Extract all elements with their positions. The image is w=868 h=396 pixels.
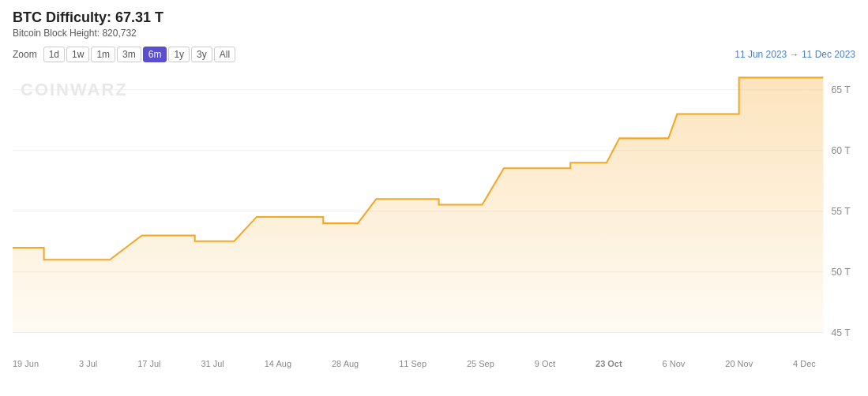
zoom-1w-button[interactable]: 1w (66, 47, 89, 62)
x-label-4dec: 4 Dec (793, 359, 816, 368)
svg-text:50 T: 50 T (832, 267, 851, 278)
x-label-23oct: 23 Oct (596, 359, 622, 368)
zoom-label: Zoom (13, 49, 37, 60)
x-label-14aug: 14 Aug (265, 359, 291, 368)
chart-area: CoinWarz 45 T 50 T 55 T 60 T 65 T (13, 65, 855, 373)
zoom-1y-button[interactable]: 1y (168, 47, 190, 62)
zoom-all-button[interactable]: All (214, 47, 235, 62)
date-range: 11 Jun 2023 → 11 Dec 2023 (735, 49, 855, 60)
chart-svg: 45 T 50 T 55 T 60 T 65 T (13, 65, 855, 373)
zoom-controls: Zoom 1d 1w 1m 3m 6m 1y 3y All (13, 47, 235, 62)
toolbar: Zoom 1d 1w 1m 3m 6m 1y 3y All 11 Jun 202… (13, 47, 855, 62)
x-label-3jul: 3 Jul (79, 359, 97, 368)
x-label-6nov: 6 Nov (663, 359, 686, 368)
x-axis-labels: 19 Jun 3 Jul 17 Jul 31 Jul 14 Aug 28 Aug… (13, 359, 816, 368)
x-label-25sep: 25 Sep (467, 359, 494, 368)
x-label-11sep: 11 Sep (399, 359, 426, 368)
subtitle: Bitcoin Block Height: 820,732 (13, 28, 855, 39)
x-label-20nov: 20 Nov (725, 359, 753, 368)
title-section: BTC Difficulty: 67.31 T Bitcoin Block He… (13, 9, 855, 39)
svg-text:65 T: 65 T (832, 84, 851, 95)
x-label-19jun: 19 Jun (13, 359, 39, 368)
watermark: CoinWarz (21, 80, 128, 100)
svg-text:55 T: 55 T (832, 206, 851, 217)
svg-text:60 T: 60 T (832, 145, 851, 156)
zoom-1d-button[interactable]: 1d (43, 47, 65, 62)
x-label-31jul: 31 Jul (201, 359, 224, 368)
zoom-3y-button[interactable]: 3y (191, 47, 212, 62)
main-title: BTC Difficulty: 67.31 T (13, 9, 855, 26)
x-label-9oct: 9 Oct (535, 359, 555, 368)
page-container: BTC Difficulty: 67.31 T Bitcoin Block He… (0, 0, 868, 396)
x-label-28aug: 28 Aug (332, 359, 359, 368)
zoom-1m-button[interactable]: 1m (91, 47, 115, 62)
x-label-17jul: 17 Jul (137, 359, 160, 368)
svg-text:45 T: 45 T (832, 327, 851, 338)
zoom-6m-button[interactable]: 6m (143, 47, 167, 62)
zoom-3m-button[interactable]: 3m (117, 47, 141, 62)
